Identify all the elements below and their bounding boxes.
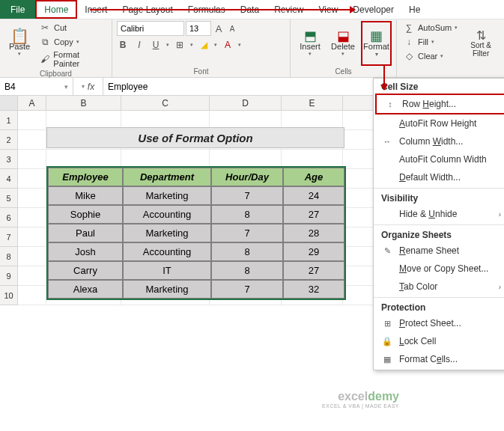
select-all-corner[interactable] bbox=[0, 96, 18, 110]
menu-item-column-width[interactable]: ↔ Column Width... bbox=[374, 132, 504, 150]
cut-label: Cut bbox=[54, 23, 67, 32]
row-header[interactable]: 1 bbox=[0, 111, 17, 130]
table-header[interactable]: Hour/Day bbox=[211, 168, 283, 186]
table-row: Carry IT 8 27 bbox=[48, 261, 344, 280]
table-cell[interactable]: Paul bbox=[48, 224, 123, 242]
fx-icon[interactable]: fx bbox=[88, 82, 94, 92]
table-cell[interactable]: Carry bbox=[48, 261, 123, 280]
menu-label: Lock Cell bbox=[399, 336, 501, 346]
menu-item-lock-cell[interactable]: 🔒 Lock Cell bbox=[374, 332, 504, 350]
watermark: exceldemy EXCEL & VBA | MADE EASY bbox=[322, 390, 399, 409]
cut-button[interactable]: ✂ Cut bbox=[37, 21, 107, 34]
decrease-font-icon[interactable]: A bbox=[226, 22, 238, 34]
ribbon-group-editing: ∑ AutoSum ▾ ↓ Fill ▾ ◇ Clear ▾ ⇅ Sort & … bbox=[397, 19, 504, 77]
menu-item-format-cells[interactable]: ▦ Format Cells... bbox=[374, 350, 504, 368]
title-cell[interactable]: Use of Format Option bbox=[46, 127, 344, 148]
tab-file[interactable]: File bbox=[0, 0, 35, 19]
table-cell[interactable]: IT bbox=[123, 261, 211, 280]
chevron-down-icon[interactable]: ▾ bbox=[166, 42, 169, 48]
row-header[interactable]: 6 bbox=[0, 208, 17, 227]
chevron-down-icon[interactable]: ▾ bbox=[238, 42, 241, 48]
chevron-down-icon[interactable]: ▾ bbox=[190, 42, 193, 48]
table-cell[interactable]: 27 bbox=[283, 205, 344, 224]
menu-item-hide-unhide[interactable]: Hide & Unhide › bbox=[374, 205, 504, 223]
row-header[interactable]: 5 bbox=[0, 189, 17, 208]
menu-item-autofit-column[interactable]: AutoFit Column Width bbox=[374, 150, 504, 168]
table-cell[interactable]: 8 bbox=[211, 261, 283, 280]
table-cell[interactable]: Sophie bbox=[48, 205, 123, 224]
tab-home[interactable]: Home bbox=[35, 0, 77, 19]
italic-button[interactable]: I bbox=[133, 39, 145, 51]
table-cell[interactable]: Marketing bbox=[123, 186, 211, 205]
menu-item-autofit-row[interactable]: AutoFit Row Height bbox=[374, 114, 504, 132]
fill-button[interactable]: ↓ Fill ▾ bbox=[401, 35, 459, 49]
blank-icon bbox=[381, 208, 393, 220]
fill-color-button[interactable]: ◢ bbox=[198, 39, 210, 51]
menu-label: Row Height... bbox=[402, 99, 498, 109]
paste-button[interactable]: 📋 Paste ▾ bbox=[4, 21, 34, 66]
row-header[interactable]: 3 bbox=[0, 150, 17, 169]
table-cell[interactable]: Accounting bbox=[123, 242, 211, 261]
table-cell[interactable]: 27 bbox=[283, 261, 344, 280]
menu-item-tab-color[interactable]: Tab Color › bbox=[374, 278, 504, 296]
table-cell[interactable]: Accounting bbox=[123, 205, 211, 224]
delete-cells-button[interactable]: ⬓ Delete ▾ bbox=[328, 21, 358, 66]
copy-button[interactable]: ⧉ Copy ▾ bbox=[37, 35, 107, 49]
row-header[interactable]: 4 bbox=[0, 169, 17, 189]
name-box[interactable]: B4 ▾ bbox=[0, 78, 73, 95]
underline-button[interactable]: U bbox=[150, 39, 162, 51]
menu-item-rename-sheet[interactable]: ✎ Rename Sheet bbox=[374, 242, 504, 260]
column-width-icon: ↔ bbox=[381, 135, 393, 147]
menu-item-protect-sheet[interactable]: ⊞ Protect Sheet... bbox=[374, 314, 504, 332]
format-cells-button[interactable]: ▦ Format ▾ bbox=[361, 21, 392, 66]
table-cell[interactable]: 29 bbox=[283, 242, 344, 261]
row-header[interactable]: 10 bbox=[0, 286, 17, 305]
table-cell[interactable]: Marketing bbox=[123, 280, 211, 299]
table-cell[interactable]: 7 bbox=[211, 280, 283, 299]
table-header[interactable]: Department bbox=[123, 168, 211, 186]
row-header[interactable]: 9 bbox=[0, 266, 17, 286]
table-cell[interactable]: Marketing bbox=[123, 224, 211, 242]
font-name-select[interactable] bbox=[117, 21, 184, 36]
menu-label: Move or Copy Sheet... bbox=[399, 263, 501, 274]
border-button[interactable]: ⊞ bbox=[174, 39, 186, 51]
table-cell[interactable]: 7 bbox=[211, 186, 283, 205]
row-header[interactable]: 8 bbox=[0, 247, 17, 266]
chevron-down-icon: ▾ bbox=[76, 39, 79, 45]
row-header[interactable]: 7 bbox=[0, 227, 17, 247]
table-cell[interactable]: 8 bbox=[211, 242, 283, 261]
table-header[interactable]: Employee bbox=[48, 168, 123, 186]
menu-item-row-height[interactable]: ↕ Row Height... bbox=[375, 94, 504, 114]
col-header[interactable]: C bbox=[121, 96, 210, 110]
table-cell[interactable]: 24 bbox=[283, 186, 344, 205]
table-cell[interactable]: Alexa bbox=[48, 280, 123, 299]
copy-label: Copy bbox=[54, 37, 73, 46]
chevron-down-icon[interactable]: ▾ bbox=[214, 42, 217, 48]
table-cell[interactable]: 7 bbox=[211, 224, 283, 242]
col-header[interactable]: E bbox=[282, 96, 343, 110]
autosum-button[interactable]: ∑ AutoSum ▾ bbox=[401, 21, 459, 34]
col-header[interactable]: A bbox=[18, 96, 46, 110]
bold-button[interactable]: B bbox=[117, 39, 129, 51]
clear-button[interactable]: ◇ Clear ▾ bbox=[401, 49, 459, 63]
table-header[interactable]: Age bbox=[283, 168, 344, 186]
increase-font-icon[interactable]: A bbox=[213, 22, 225, 34]
menu-item-default-width[interactable]: Default Width... bbox=[374, 168, 504, 186]
font-size-select[interactable] bbox=[186, 21, 211, 36]
col-header[interactable]: B bbox=[46, 96, 121, 110]
insert-cells-button[interactable]: ⬒ Insert ▾ bbox=[295, 21, 325, 66]
table-cell[interactable]: 32 bbox=[283, 280, 344, 299]
table-cell[interactable]: 8 bbox=[211, 205, 283, 224]
table-cell[interactable]: Josh bbox=[48, 242, 123, 261]
table-cell[interactable]: Mike bbox=[48, 186, 123, 205]
data-table[interactable]: Employee Department Hour/Day Age Mike Ma… bbox=[46, 166, 346, 300]
menu-item-move-copy[interactable]: Move or Copy Sheet... bbox=[374, 260, 504, 278]
font-color-button[interactable]: A bbox=[222, 39, 234, 51]
sort-filter-button[interactable]: ⇅ Sort & Filter bbox=[462, 21, 500, 66]
row-header[interactable]: 2 bbox=[0, 130, 17, 150]
format-painter-button[interactable]: 🖌 Format Painter bbox=[37, 49, 107, 69]
table-cell[interactable]: 28 bbox=[283, 224, 344, 242]
chevron-down-icon[interactable]: ▾ bbox=[82, 83, 85, 90]
col-header[interactable]: D bbox=[210, 96, 282, 110]
tab-help[interactable]: He bbox=[401, 0, 428, 19]
